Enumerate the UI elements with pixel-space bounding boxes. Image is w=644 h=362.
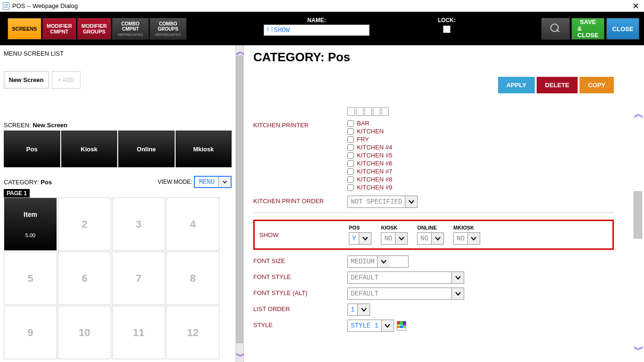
item-price: 5.00 [25,232,35,238]
lock-block: LOCK: [438,17,456,33]
category-tab-online[interactable]: Online [118,131,175,167]
save-close-button[interactable]: SAVE& CLOSE [572,18,604,40]
grid-cell[interactable]: 9 [4,306,57,359]
chevron-down-icon [451,288,464,299]
left-panel: MENU SCREEN LIST New Screen + ADD SCREEN… [0,45,235,362]
box[interactable] [373,107,380,116]
grid-cell[interactable]: 6 [58,252,111,305]
tab-screens[interactable]: SCREENS [8,18,41,40]
printer-option[interactable]: FRY [347,136,614,143]
window-close-icon[interactable]: ✕ [630,1,641,11]
scroll-up-icon[interactable]: ︽ [634,107,644,121]
lock-checkbox[interactable] [443,25,451,33]
window-titlebar: POS -- Webpage Dialog ✕ [0,0,644,12]
show-col-online: ONLINE NO [417,225,444,245]
category-tab-mkiosk[interactable]: Mkiosk [176,131,232,167]
grid-cell[interactable]: 3 [112,197,165,251]
printer-option[interactable]: KITCHEN #8 [347,176,614,183]
style-palette-icon[interactable] [397,321,406,330]
top-right-buttons: SAVE& CLOSE CLOSE [541,18,639,40]
grid-cell[interactable]: 4 [166,197,219,251]
scroll-up-icon[interactable]: ︽ [236,46,243,56]
printer-option[interactable]: KITCHEN #6 [347,160,614,167]
delete-button[interactable]: DELETE [537,77,578,93]
font-style-alt-select[interactable]: DEFAULT [347,288,464,300]
style-select[interactable]: STYLE 1 [347,320,394,332]
label-style: STYLE [253,320,347,329]
printer-option[interactable]: KITCHEN #5 [347,152,614,159]
printer-option[interactable]: KITCHEN #9 [347,184,614,191]
scroll-thumb[interactable] [236,56,243,343]
show-header: POS [349,225,360,230]
new-screen-button[interactable]: New Screen [4,71,49,89]
font-style-select[interactable]: DEFAULT [347,272,464,284]
divider [253,213,614,213]
name-input[interactable] [264,25,370,36]
box[interactable] [364,107,372,116]
show-header: KIOSK [381,225,397,230]
left-scrollbar[interactable]: ︽ ︾ [235,45,244,362]
printer-option[interactable]: KITCHEN #4 [347,144,614,151]
grid-cell[interactable]: 7 [112,252,165,305]
printer-option[interactable]: KITCHEN [347,128,614,135]
checkbox[interactable] [347,120,354,127]
top-tab-group: SCREENS MODIFIERCMPNT MODIFIERGROUPS COM… [8,18,187,40]
grid-cell[interactable]: 2 [58,197,111,251]
show-mkiosk-select[interactable]: NO [453,232,480,245]
printer-option[interactable]: KITCHEN #7 [347,168,614,175]
printer-option[interactable]: BAR [347,120,614,127]
row-kitchen-print-order: KITCHEN PRINT ORDER NOT SPECIFIED [253,196,614,208]
row-list-order: LIST ORDER 1 [253,304,614,316]
tab-modifier-cmpnt[interactable]: MODIFIERCMPNT [42,18,76,40]
chevron-down-icon [405,196,417,207]
scroll-thumb[interactable] [634,191,642,239]
show-col-pos: POS Y [349,225,371,245]
tab-combo-groups[interactable]: COMBOGROUPSDEPRECATED [150,18,186,40]
magnify-icon [550,24,561,34]
grid-cell[interactable]: 5 [4,252,57,305]
label-font-size: FONT SIZE [253,255,347,264]
show-online-select[interactable]: NO [417,232,444,245]
checkbox[interactable] [347,136,354,143]
checkbox[interactable] [347,184,354,191]
checkbox[interactable] [347,144,354,151]
add-screen-button[interactable]: + ADD [52,71,80,89]
chevron-down-icon [218,177,231,187]
box[interactable] [381,107,389,116]
search-button[interactable] [541,18,570,40]
copy-button[interactable]: COPY [580,77,614,93]
close-button[interactable]: CLOSE [606,18,639,40]
category-tab-kiosk[interactable]: Kiosk [61,131,118,167]
right-scrollbar[interactable]: ︽ ︾ [633,45,644,362]
checkbox[interactable] [347,168,354,175]
category-label: CATEGORY: Pos [4,179,52,186]
kitchen-print-order-select[interactable]: NOT SPECIFIED [347,196,418,208]
apply-button[interactable]: APPLY [498,77,535,93]
view-mode-select[interactable]: MENU [194,176,232,188]
name-field-block: NAME: [264,17,370,36]
chevron-down-icon [451,272,464,283]
tab-combo-cmpnt[interactable]: COMBOCMPNTDEPRECATED [112,18,149,40]
show-pos-select[interactable]: Y [349,232,371,245]
font-size-select[interactable]: MEDIUM [347,255,409,268]
document-icon [3,2,9,10]
label-kitchen-print-order: KITCHEN PRINT ORDER [253,196,347,205]
scroll-down-icon[interactable]: ︾ [236,352,243,361]
checkbox[interactable] [347,152,354,159]
grid-cell[interactable]: 8 [166,252,219,305]
checkbox[interactable] [347,160,354,167]
grid-cell[interactable]: 12 [166,306,219,359]
grid-cell[interactable]: 11 [112,306,165,359]
scroll-down-icon[interactable]: ︾ [634,343,644,357]
box[interactable] [347,107,355,116]
chevron-down-icon [467,233,480,244]
list-order-select[interactable]: 1 [347,304,370,316]
category-tab-pos[interactable]: Pos [4,131,60,167]
checkbox[interactable] [347,128,354,135]
box[interactable] [356,107,363,116]
checkbox[interactable] [347,176,354,183]
grid-cell-item[interactable]: Item 5.00 [4,197,57,251]
show-kiosk-select[interactable]: NO [381,232,408,245]
grid-cell[interactable]: 10 [58,306,111,359]
tab-modifier-groups[interactable]: MODIFIERGROUPS [77,18,111,40]
